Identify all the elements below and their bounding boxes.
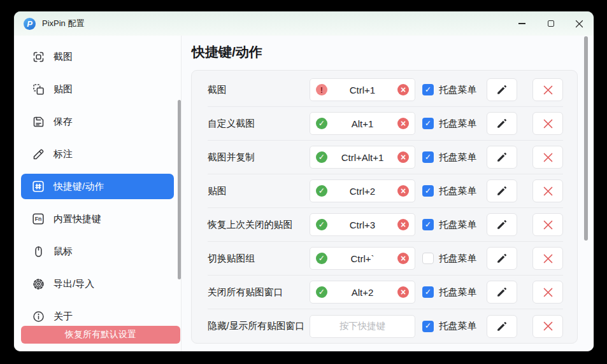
main-content: 快捷键/动作 截图!Ctrl+1×✓托盘菜单自定义截图✓Alt+1×✓托盘菜单截…	[182, 36, 594, 351]
pencil-icon	[496, 185, 508, 197]
hotkey-value: Alt+2	[327, 287, 397, 298]
edit-hotkey-button[interactable]	[487, 78, 517, 101]
sidebar-item-label: 鼠标	[54, 246, 73, 258]
delete-hotkey-button[interactable]	[532, 213, 563, 236]
hotkey-row: 切换贴图组✓Ctrl+`×托盘菜单	[208, 242, 563, 276]
hotkey-row: 贴图✓Ctrl+2×✓托盘菜单	[208, 174, 563, 208]
hotkey-input[interactable]: ✓Ctrl+2×	[310, 179, 415, 202]
tray-menu-label: 托盘菜单	[439, 151, 476, 164]
sidebar-scrollbar[interactable]	[178, 100, 181, 279]
tray-menu-option: ✓托盘菜单	[422, 84, 476, 96]
ok-status-icon: ✓	[316, 185, 327, 197]
sidebar-item-about[interactable]: 关于	[21, 304, 174, 329]
ok-status-icon: ✓	[316, 118, 327, 129]
delete-x-icon	[541, 151, 555, 164]
reset-defaults-button[interactable]: 恢复所有默认设置	[21, 326, 180, 344]
ok-status-icon: ✓	[316, 219, 327, 230]
pencil-icon	[496, 252, 508, 265]
clear-hotkey-icon[interactable]: ×	[397, 84, 409, 95]
sidebar-item-export-import[interactable]: 导出/导入	[21, 271, 174, 297]
pencil-icon	[496, 83, 508, 96]
maximize-icon	[548, 20, 554, 27]
tray-checkbox[interactable]: ✓	[422, 118, 434, 129]
delete-x-icon	[541, 319, 555, 333]
sidebar-item-label: 关于	[54, 311, 73, 323]
content-scrollbar[interactable]	[584, 36, 588, 241]
hotkeys-panel: 截图!Ctrl+1×✓托盘菜单自定义截图✓Alt+1×✓托盘菜单截图并复制✓Ct…	[191, 70, 578, 344]
sidebar-item-builtin-hotkeys[interactable]: Fn内置快捷键	[21, 206, 174, 232]
hotkey-row-label: 截图	[208, 84, 310, 96]
clear-hotkey-icon[interactable]: ×	[397, 219, 409, 230]
sidebar-item-label: 截图	[54, 51, 73, 63]
sidebar-item-mouse[interactable]: 鼠标	[21, 239, 174, 264]
hotkey-input[interactable]: 按下快捷键	[310, 315, 415, 338]
edit-hotkey-button[interactable]	[487, 112, 517, 135]
sidebar-item-label: 保存	[54, 116, 73, 128]
hotkey-row-label: 自定义截图	[208, 118, 310, 130]
maximize-button[interactable]	[536, 11, 565, 36]
window-title: PixPin 配置	[42, 18, 84, 29]
sidebar-item-save[interactable]: 保存	[21, 109, 174, 134]
app-body: 截图贴图保存标注快捷键/动作Fn内置快捷键鼠标导出/导入关于 恢复所有默认设置 …	[14, 36, 594, 351]
sidebar-item-annotate[interactable]: 标注	[21, 141, 174, 167]
clear-hotkey-icon[interactable]: ×	[397, 286, 409, 298]
pencil-icon	[496, 320, 508, 333]
hotkey-row: 截图!Ctrl+1×✓托盘菜单	[208, 73, 563, 107]
tray-menu-option: ✓托盘菜单	[422, 118, 476, 130]
sidebar-item-label: 标注	[54, 148, 73, 160]
tray-menu-option: ✓托盘菜单	[422, 151, 476, 164]
tray-checkbox[interactable]: ✓	[422, 84, 434, 95]
window-controls	[508, 11, 594, 36]
hotkey-value: Ctrl+2	[327, 186, 397, 197]
sidebar-nav: 截图贴图保存标注快捷键/动作Fn内置快捷键鼠标导出/导入关于	[21, 44, 174, 329]
edit-hotkey-button[interactable]	[487, 315, 517, 338]
sidebar-item-pin[interactable]: 贴图	[21, 76, 174, 102]
mouse-icon	[31, 244, 45, 258]
tray-checkbox[interactable]	[422, 253, 434, 264]
delete-hotkey-button[interactable]	[532, 281, 563, 304]
minimize-button[interactable]	[508, 11, 536, 36]
delete-hotkey-button[interactable]	[532, 78, 563, 101]
clear-hotkey-icon[interactable]: ×	[397, 151, 409, 163]
clear-hotkey-icon[interactable]: ×	[397, 185, 409, 197]
clear-hotkey-icon[interactable]: ×	[397, 118, 409, 129]
delete-hotkey-button[interactable]	[532, 146, 563, 169]
delete-hotkey-button[interactable]	[532, 179, 563, 202]
hotkey-input[interactable]: ✓Alt+1×	[310, 112, 415, 135]
tray-menu-label: 托盘菜单	[439, 84, 476, 96]
sidebar-item-label: 导出/导入	[54, 278, 94, 290]
tray-checkbox[interactable]: ✓	[422, 321, 434, 332]
tray-menu-label: 托盘菜单	[439, 118, 476, 130]
hotkey-input[interactable]: ✓Ctrl+3×	[310, 213, 415, 236]
save-icon	[31, 115, 45, 129]
tray-checkbox[interactable]: ✓	[422, 185, 434, 197]
edit-hotkey-button[interactable]	[487, 213, 517, 236]
hotkey-value: 按下快捷键	[316, 320, 409, 332]
hotkey-input[interactable]: !Ctrl+1×	[310, 78, 415, 101]
edit-hotkey-button[interactable]	[487, 179, 517, 202]
close-button[interactable]	[565, 11, 594, 36]
edit-hotkey-button[interactable]	[487, 247, 517, 270]
sidebar-item-screenshot[interactable]: 截图	[21, 44, 174, 69]
ok-status-icon: ✓	[316, 151, 327, 163]
delete-x-icon	[541, 117, 555, 130]
tray-checkbox[interactable]: ✓	[422, 151, 434, 163]
delete-hotkey-button[interactable]	[532, 247, 563, 270]
edit-hotkey-button[interactable]	[487, 281, 517, 304]
sidebar-item-hotkeys[interactable]: 快捷键/动作	[21, 174, 174, 199]
delete-hotkey-button[interactable]	[532, 315, 563, 338]
edit-hotkey-button[interactable]	[487, 146, 517, 169]
hotkey-value: Ctrl+`	[327, 253, 397, 264]
tray-checkbox[interactable]: ✓	[422, 286, 434, 298]
hotkey-row: 关闭所有贴图窗口✓Alt+2×✓托盘菜单	[208, 276, 563, 309]
hotkey-row: 恢复上次关闭的贴图✓Ctrl+3×✓托盘菜单	[208, 208, 563, 242]
delete-hotkey-button[interactable]	[532, 112, 563, 135]
pin-icon	[31, 82, 45, 96]
hotkey-input[interactable]: ✓Alt+2×	[310, 281, 415, 304]
hotkey-input[interactable]: ✓Ctrl+Alt+1×	[310, 146, 415, 169]
clear-hotkey-icon[interactable]: ×	[397, 253, 409, 264]
tray-menu-option: 托盘菜单	[422, 253, 476, 265]
hotkey-input[interactable]: ✓Ctrl+`×	[310, 247, 415, 270]
tray-checkbox[interactable]: ✓	[422, 219, 434, 230]
hotkey-value: Ctrl+3	[327, 220, 397, 230]
